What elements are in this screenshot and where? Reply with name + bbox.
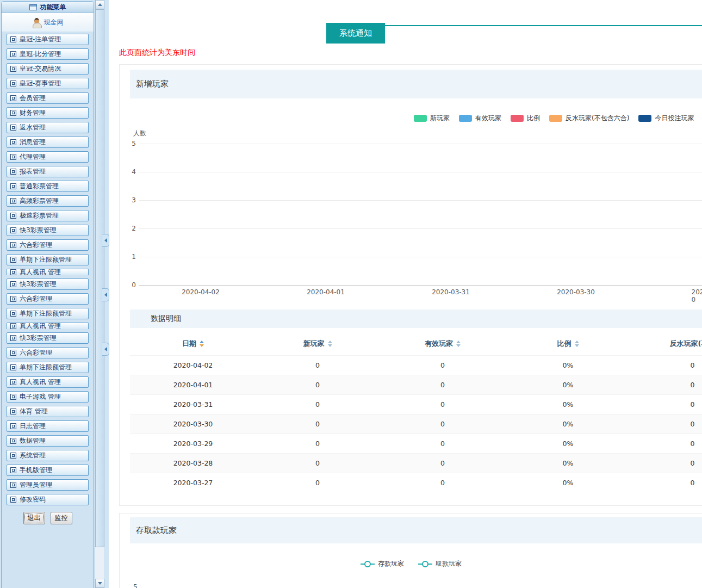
sidebar-item[interactable]: 快3彩票管理 (7, 225, 89, 236)
legend-item[interactable]: 取款玩家 (418, 559, 462, 568)
scroll-down-button[interactable] (95, 579, 104, 588)
menu-item-icon (10, 198, 16, 204)
sidebar-menu-list: 皇冠-注单管理皇冠-比分管理皇冠-交易情况皇冠-赛事管理会员管理财务管理返水管理… (2, 32, 94, 505)
sidebar-item[interactable]: 体育 管理 (7, 406, 89, 417)
sidebar-item[interactable]: 消息管理 (7, 137, 89, 148)
sort-icon[interactable] (328, 341, 332, 347)
monitor-button[interactable]: 监控 (51, 512, 72, 524)
sidebar-item[interactable]: 财务管理 (7, 107, 89, 119)
sidebar-item[interactable]: 皇冠-注单管理 (7, 34, 89, 45)
menu-item-icon (10, 453, 16, 459)
sidebar-item[interactable]: 皇冠-比分管理 (7, 48, 89, 60)
table-cell: 0 (630, 434, 702, 453)
sidebar-item[interactable]: 代理管理 (7, 151, 89, 163)
legend-item[interactable]: 有效玩家 (459, 114, 501, 123)
gridline (139, 144, 702, 144)
sort-icon[interactable] (456, 341, 461, 347)
chevron-left-icon (104, 347, 107, 351)
y-tick-label: 0 (123, 281, 136, 289)
legend-item[interactable]: 反水玩家(不包含六合) (549, 114, 629, 123)
sidebar-item[interactable]: 皇冠-赛事管理 (7, 78, 89, 89)
sidebar-item[interactable]: 普通彩票管理 (7, 181, 89, 192)
sidebar-item-label: 财务管理 (20, 108, 46, 117)
table-cell: 0 (379, 355, 506, 375)
sidebar-header: 功能菜单 (2, 2, 94, 13)
menu-item-icon (10, 482, 16, 488)
column-header[interactable]: 日期 (130, 332, 256, 355)
panel-new-players: 新增玩家 新玩家有效玩家比例反水玩家(不包含六合)今日投注玩家电 人数 5432… (119, 64, 702, 506)
sidebar-item[interactable]: 极速彩票管理 (7, 210, 89, 221)
sort-icon[interactable] (200, 341, 204, 347)
sidebar-item[interactable]: 皇冠-交易情况 (7, 63, 89, 75)
table-cell: 2020-03-27 (130, 473, 256, 492)
sidebar-item[interactable]: 六合彩管理 (7, 347, 89, 358)
table-cell: 0 (630, 375, 702, 394)
scroll-up-button[interactable] (95, 0, 104, 9)
table-body: 2020-04-02000%02020-04-01000%02020-03-31… (130, 355, 702, 492)
logout-button[interactable]: 退出 (23, 512, 45, 524)
arrow-down-icon (98, 582, 102, 585)
sort-icon[interactable] (575, 341, 579, 347)
tab-system-notice[interactable]: 系统通知 (326, 23, 385, 44)
legend-item[interactable]: 比例 (511, 114, 540, 123)
sidebar-item-label: 报表管理 (20, 167, 46, 176)
legend-item[interactable]: 存款玩家 (361, 559, 404, 568)
chart-plot: 5432102020-04-022020-04-012020-03-312020… (139, 144, 702, 285)
sidebar-item[interactable]: 日志管理 (7, 420, 89, 432)
sidebar-item-label: 系统管理 (20, 451, 46, 460)
sidebar-item[interactable]: 管理员管理 (7, 479, 89, 491)
menu-item-icon (10, 394, 16, 400)
table-row: 2020-03-31000%0 (130, 394, 702, 414)
table-cell: 0 (256, 394, 379, 414)
sidebar-collapse-handle[interactable] (102, 343, 109, 356)
sidebar-item[interactable]: 会员管理 (7, 92, 89, 104)
menu-item-icon (10, 269, 16, 275)
data-detail-table: 日期新玩家有效玩家比例反水玩家(不包 2020-04-02000%02020-0… (130, 332, 702, 492)
sidebar-item[interactable]: 修改密码 (7, 494, 89, 505)
y-tick-label: 2 (123, 225, 136, 232)
table-cell: 0 (630, 453, 702, 473)
sidebar-item[interactable]: 返水管理 (7, 122, 89, 133)
sidebar-buttons: 退出监控 (2, 512, 94, 524)
sidebar-item-label: 皇冠-注单管理 (20, 35, 61, 44)
sidebar-item[interactable]: 快3彩票管理 (7, 332, 89, 344)
column-header[interactable]: 新玩家 (256, 332, 379, 355)
column-header[interactable]: 有效玩家 (379, 332, 506, 355)
panel-title: 新增玩家 (130, 70, 702, 98)
sidebar-item[interactable]: 快3彩票管理 (7, 278, 89, 290)
table-cell: 0 (630, 414, 702, 434)
gridline (139, 200, 702, 201)
sidebar-item[interactable]: 真人视讯 管理 (7, 269, 89, 275)
sidebar-item[interactable]: 真人视讯 管理 (7, 376, 89, 388)
sidebar-item[interactable]: 单期下注限额管理 (7, 254, 89, 265)
sidebar-collapse-handle[interactable] (102, 234, 109, 247)
sidebar-item[interactable]: 单期下注限额管理 (7, 362, 89, 373)
legend-item[interactable]: 今日投注玩家 (638, 114, 694, 123)
user-name-link[interactable]: 现金网 (44, 18, 64, 27)
sidebar-item-label: 手机版管理 (20, 466, 52, 475)
table-cell: 0% (506, 453, 630, 473)
sidebar-item[interactable]: 六合彩管理 (7, 239, 89, 251)
sidebar-collapse-handle[interactable] (102, 288, 109, 301)
sidebar-item[interactable]: 手机版管理 (7, 465, 89, 476)
menu-item-icon (10, 66, 16, 72)
scroll-thumb[interactable] (95, 9, 104, 547)
sidebar-item[interactable]: 电子游戏 管理 (7, 391, 89, 403)
table-cell: 0 (256, 375, 379, 394)
sidebar-item-label: 极速彩票管理 (20, 211, 59, 220)
sidebar-item[interactable]: 系统管理 (7, 450, 89, 461)
column-header[interactable]: 比例 (506, 332, 630, 355)
table-cell: 0% (506, 434, 630, 453)
menu-item-icon (10, 296, 16, 302)
sidebar-item[interactable]: 六合彩管理 (7, 293, 89, 305)
legend-item[interactable]: 新玩家 (414, 114, 450, 123)
sidebar-item[interactable]: 单期下注限额管理 (7, 308, 89, 319)
sidebar-item[interactable]: 真人视讯 管理 (7, 323, 89, 329)
sidebar-item[interactable]: 高频彩票管理 (7, 195, 89, 207)
gridline (139, 257, 702, 257)
sidebar-item[interactable]: 报表管理 (7, 166, 89, 177)
sidebar-item-label: 单期下注限额管理 (20, 309, 72, 318)
gridline (139, 172, 702, 172)
sidebar-item[interactable]: 数据管理 (7, 435, 89, 447)
table-cell: 2020-03-28 (130, 453, 256, 473)
